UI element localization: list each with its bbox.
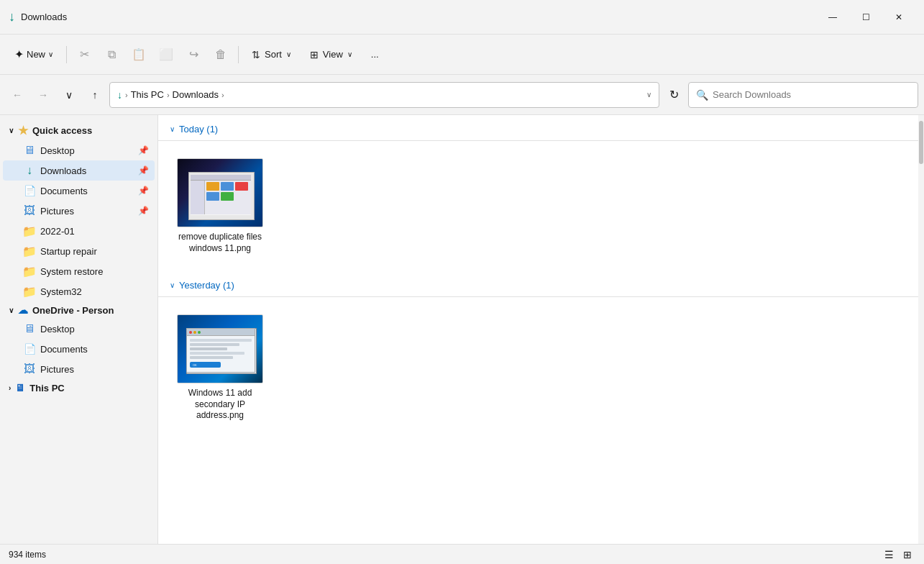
search-input[interactable] bbox=[713, 89, 910, 100]
thispc-header[interactable]: › 🖥 This PC bbox=[0, 379, 157, 396]
today-file-items: remove duplicate files windows 11.png bbox=[158, 141, 918, 271]
folder-sys32-icon: 📁 bbox=[23, 285, 36, 298]
vertical-scrollbar[interactable] bbox=[918, 115, 924, 544]
path-sep-3: › bbox=[221, 91, 224, 99]
file-thumbnail-2: OK bbox=[177, 314, 263, 383]
sidebar-item-od-desktop[interactable]: 🖥 Desktop bbox=[3, 319, 155, 339]
file-thumbnail-1 bbox=[177, 158, 263, 227]
app-icon: ↓ bbox=[9, 9, 15, 24]
sidebar-item-system32[interactable]: 📁 System32 bbox=[3, 281, 155, 301]
od-documents-label: Documents bbox=[40, 344, 88, 355]
share-button: ↪ bbox=[180, 42, 206, 68]
od-desktop-icon: 🖥 bbox=[23, 322, 36, 335]
up-button[interactable]: ↑ bbox=[83, 83, 106, 106]
documents-label: Documents bbox=[40, 186, 88, 196]
copy-button: ⧉ bbox=[99, 42, 124, 68]
quick-access-header[interactable]: ∨ ★ Quick access bbox=[0, 121, 157, 140]
title-bar: ↓ Downloads — ☐ ✕ bbox=[0, 0, 924, 35]
od-pictures-icon: 🖼 bbox=[23, 363, 36, 376]
folder-sysrestore-label: System restore bbox=[40, 266, 103, 277]
path-dropdown-icon: ∨ bbox=[646, 91, 651, 99]
view-button[interactable]: ⊞ View ∨ bbox=[301, 42, 361, 68]
new-button[interactable]: ✦ New ∨ bbox=[6, 42, 62, 68]
file-group-today: ∨ Today (1) bbox=[158, 115, 918, 271]
status-bar: 934 items ☰ ⊞ bbox=[0, 544, 924, 564]
minimize-button[interactable]: — bbox=[816, 6, 849, 29]
address-path[interactable]: ↓ › This PC › Downloads › ∨ bbox=[109, 82, 659, 108]
refresh-button[interactable]: ↻ bbox=[662, 83, 685, 106]
folder-startup-label: Startup repair bbox=[40, 246, 97, 257]
window-title: Downloads bbox=[21, 12, 810, 22]
downloads-label: Downloads bbox=[40, 165, 86, 176]
sidebar-item-documents[interactable]: 📄 Documents 📌 bbox=[3, 181, 155, 201]
main-content: ∨ ★ Quick access 🖥 Desktop 📌 ↓ Downloads… bbox=[0, 115, 924, 544]
sidebar-item-desktop[interactable]: 🖥 Desktop 📌 bbox=[3, 140, 155, 160]
pin-icon: 📌 bbox=[138, 145, 149, 155]
onedrive-chevron-icon: ∨ bbox=[9, 306, 14, 314]
file-item-remove-duplicate[interactable]: remove duplicate files windows 11.png bbox=[170, 153, 270, 260]
toolbar: ✦ New ∨ ✂ ⧉ 📋 ⬜ ↪ 🗑 ⇅ Sort ∨ ⊞ View ∨ ..… bbox=[0, 35, 924, 75]
sidebar-item-startup-repair[interactable]: 📁 Startup repair bbox=[3, 241, 155, 261]
yesterday-group-header[interactable]: ∨ Yesterday (1) bbox=[158, 271, 918, 297]
search-icon: 🔍 bbox=[696, 89, 708, 101]
toolbar-sep-1 bbox=[66, 46, 67, 63]
pictures-label: Pictures bbox=[40, 206, 74, 217]
downloads-folder-icon: ↓ bbox=[23, 164, 36, 177]
maximize-button[interactable]: ☐ bbox=[849, 6, 882, 29]
desktop-icon: 🖥 bbox=[23, 144, 36, 157]
pin-icon-2: 📌 bbox=[138, 165, 149, 176]
file-area: ∨ Today (1) bbox=[158, 115, 918, 544]
sidebar-item-od-documents[interactable]: 📄 Documents bbox=[3, 339, 155, 359]
path-icon: ↓ bbox=[117, 89, 122, 101]
sidebar-item-downloads[interactable]: ↓ Downloads 📌 bbox=[3, 160, 155, 181]
copy-path-button: ⬜ bbox=[153, 42, 179, 68]
sidebar-item-system-restore[interactable]: 📁 System restore bbox=[3, 261, 155, 281]
view-label: View bbox=[323, 49, 343, 60]
folder-2022-icon: 📁 bbox=[23, 224, 36, 237]
new-plus-icon: ✦ bbox=[14, 47, 24, 61]
file-group-yesterday: ∨ Yesterday (1) bbox=[158, 271, 918, 439]
folder-2022-label: 2022-01 bbox=[40, 226, 75, 237]
today-group-header[interactable]: ∨ Today (1) bbox=[158, 115, 918, 141]
onedrive-header[interactable]: ∨ ☁ OneDrive - Person bbox=[0, 301, 157, 319]
forward-button: → bbox=[32, 83, 55, 106]
quick-access-star-icon: ★ bbox=[18, 124, 28, 137]
file-item-secondary-ip[interactable]: OK Windows 11 add secondary IP address.p… bbox=[170, 309, 270, 427]
toolbar-sep-2 bbox=[238, 46, 239, 63]
today-header-label: Today (1) bbox=[179, 124, 218, 135]
folder-sysrestore-icon: 📁 bbox=[23, 265, 36, 278]
grid-view-button[interactable]: ⊞ bbox=[900, 547, 915, 563]
new-label: New bbox=[27, 49, 45, 60]
od-desktop-label: Desktop bbox=[40, 324, 75, 335]
thispc-label: This PC bbox=[29, 383, 64, 394]
delete-button: 🗑 bbox=[208, 42, 234, 68]
sidebar: ∨ ★ Quick access 🖥 Desktop 📌 ↓ Downloads… bbox=[0, 115, 158, 544]
file-name-2: Windows 11 add secondary IP address.png bbox=[175, 388, 265, 422]
more-options-button[interactable]: ... bbox=[362, 42, 388, 68]
sidebar-item-2022-01[interactable]: 📁 2022-01 bbox=[3, 221, 155, 241]
cut-button: ✂ bbox=[71, 42, 97, 68]
path-sep-2: › bbox=[167, 91, 170, 99]
new-chevron-icon: ∨ bbox=[48, 50, 53, 58]
thispc-chevron-icon: › bbox=[9, 384, 11, 392]
sidebar-item-pictures[interactable]: 🖼 Pictures 📌 bbox=[3, 201, 155, 221]
sidebar-item-od-pictures[interactable]: 🖼 Pictures bbox=[3, 359, 155, 379]
od-documents-icon: 📄 bbox=[23, 342, 36, 355]
folder-startup-icon: 📁 bbox=[23, 245, 36, 258]
desktop-label: Desktop bbox=[40, 145, 75, 156]
search-box[interactable]: 🔍 bbox=[688, 82, 918, 108]
address-bar: ← → ∨ ↑ ↓ › This PC › Downloads › ∨ ↻ 🔍 bbox=[0, 75, 924, 115]
close-button[interactable]: ✕ bbox=[882, 6, 915, 29]
recent-button[interactable]: ∨ bbox=[58, 83, 81, 106]
view-chevron-icon: ∨ bbox=[347, 50, 352, 58]
yesterday-file-items: OK Windows 11 add secondary IP address.p… bbox=[158, 297, 918, 439]
window-controls: — ☐ ✕ bbox=[816, 6, 915, 29]
paste-button: 📋 bbox=[126, 42, 152, 68]
list-view-button[interactable]: ☰ bbox=[881, 547, 897, 563]
scrollbar-thumb[interactable] bbox=[919, 121, 923, 164]
od-pictures-label: Pictures bbox=[40, 364, 74, 375]
onedrive-label: OneDrive - Person bbox=[32, 305, 114, 316]
item-count: 934 items bbox=[9, 550, 46, 560]
sort-button[interactable]: ⇅ Sort ∨ bbox=[243, 42, 300, 68]
pin-icon-3: 📌 bbox=[138, 186, 149, 196]
